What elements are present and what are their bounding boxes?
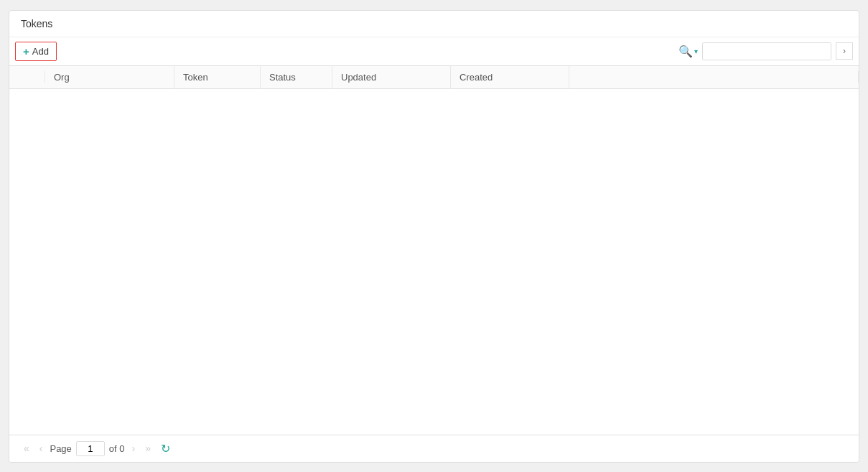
search-input[interactable] [702,42,831,60]
th-status: Status [261,66,332,88]
prev-page-button[interactable]: ‹ [37,441,46,455]
th-checkbox [9,71,45,83]
of-total: of 0 [109,443,125,454]
add-button[interactable]: + Add [15,42,57,61]
empty-state [9,89,859,435]
toolbar-right: 🔍 ▾ › [678,42,853,60]
scroll-right-icon: › [843,46,846,56]
th-updated: Updated [332,66,451,88]
toolbar: + Add 🔍 ▾ › [9,37,859,66]
refresh-icon: ↻ [161,442,170,455]
search-area[interactable]: 🔍 ▾ [678,45,698,58]
page-label: Page [50,443,71,454]
search-icon: 🔍 [678,45,693,58]
prev-page-icon: ‹ [39,443,43,454]
chevron-down-icon: ▾ [694,47,698,55]
th-org: Org [45,66,174,88]
page-input[interactable] [76,441,105,456]
first-page-icon: « [24,443,29,454]
th-actions [569,71,859,83]
next-page-icon: › [132,443,136,454]
last-page-icon: » [145,443,151,454]
add-label: Add [32,46,49,57]
tokens-panel: Tokens + Add 🔍 ▾ › Org Token [9,10,859,463]
th-token: Token [174,66,261,88]
panel-title: Tokens [9,11,859,37]
table-body [9,89,859,435]
next-page-button[interactable]: › [129,441,139,455]
refresh-button[interactable]: ↻ [161,442,170,455]
table-header: Org Token Status Updated Created [9,66,859,89]
scroll-right-button[interactable]: › [836,42,853,60]
first-page-button[interactable]: « [21,441,32,455]
pagination: « ‹ Page of 0 › » ↻ [9,435,859,462]
plus-icon: + [23,45,29,57]
th-created: Created [451,66,569,88]
last-page-button[interactable]: » [142,441,154,455]
